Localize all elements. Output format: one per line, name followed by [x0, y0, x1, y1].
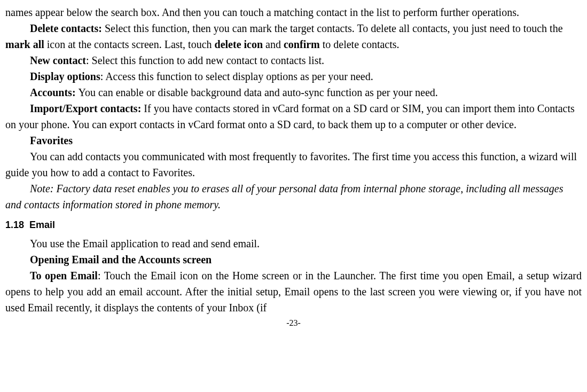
to-open-email-label: To open Email — [30, 270, 98, 281]
display-options-label: Display options — [30, 70, 100, 82]
page-number: -23- — [5, 317, 582, 330]
import-export-label: Import/Export contacts: — [30, 103, 144, 114]
delete-contacts-paragraph: Delete contacts: Select this function, t… — [5, 20, 582, 52]
section-title: Email — [29, 219, 55, 230]
delete-contacts-label: Delete contacts: — [30, 22, 105, 34]
text: : Select this function to add new contac… — [86, 54, 324, 66]
text: and — [263, 38, 284, 50]
text: icon at the contacts screen. Last, touch — [44, 38, 215, 50]
email-opening-heading: Opening Email and the Accounts screen — [5, 252, 582, 268]
delete-icon-label: delete icon — [215, 38, 263, 50]
text: : Access this function to select display… — [100, 70, 373, 82]
section-number: 1.18 — [5, 219, 24, 230]
display-options-paragraph: Display options: Access this function to… — [5, 68, 582, 84]
favorites-paragraph: You can add contacts you communicated wi… — [5, 148, 582, 181]
accounts-paragraph: Accounts: You can enable or disable back… — [5, 84, 582, 100]
note-paragraph: Note: Factory data reset enables you to … — [5, 181, 582, 213]
mark-all-label: mark all — [5, 38, 44, 50]
text: You can enable or disable background dat… — [79, 87, 438, 98]
text: to delete contacts. — [320, 38, 400, 50]
body-paragraph: names appear below the search box. And t… — [5, 4, 582, 20]
accounts-label: Accounts: — [30, 87, 79, 98]
email-intro-paragraph: You use the Email application to read an… — [5, 236, 582, 252]
confirm-label: confirm — [284, 38, 320, 50]
favorites-heading: Favorites — [5, 132, 582, 148]
section-heading: 1.18 Email — [5, 218, 582, 232]
to-open-email-paragraph: To open Email: Touch the Email icon on t… — [5, 268, 582, 316]
new-contact-paragraph: New contact: Select this function to add… — [5, 52, 582, 68]
text: Select this function, then you can mark … — [105, 22, 563, 34]
new-contact-label: New contact — [30, 54, 86, 66]
import-export-paragraph: Import/Export contacts: If you have cont… — [5, 100, 582, 132]
